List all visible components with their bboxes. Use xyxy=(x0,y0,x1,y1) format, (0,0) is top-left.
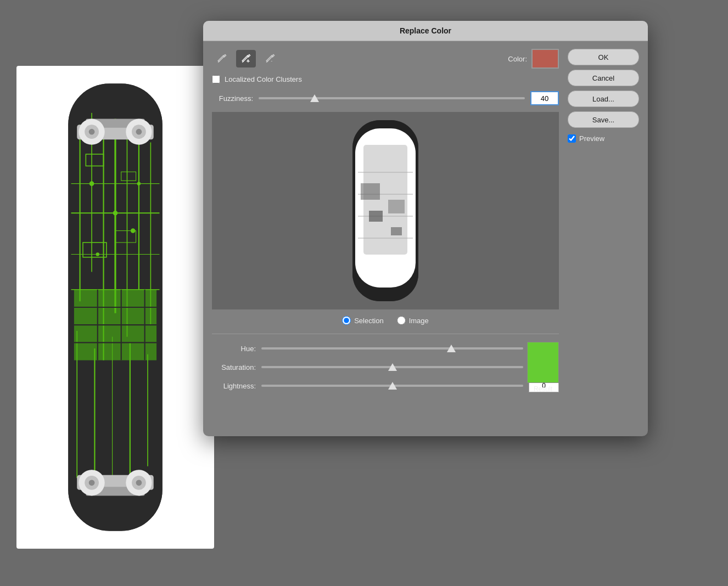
saturation-slider[interactable] xyxy=(261,366,523,368)
canvas-image-area xyxy=(16,66,214,549)
color-swatch[interactable] xyxy=(531,49,559,69)
saturation-label: Saturation: xyxy=(212,363,256,371)
localized-clusters-checkbox[interactable] xyxy=(212,75,220,83)
selection-radio[interactable] xyxy=(342,316,351,325)
fuzziness-input[interactable] xyxy=(530,91,559,105)
eyedropper-add-button[interactable]: + + xyxy=(236,50,256,67)
image-label: Image xyxy=(409,317,429,325)
svg-point-22 xyxy=(131,228,136,233)
localized-clusters-row: Localized Color Clusters xyxy=(212,75,559,83)
dialog-title: Replace Color xyxy=(400,26,451,35)
svg-point-42 xyxy=(136,129,142,135)
preview-label: Preview xyxy=(579,134,604,143)
svg-point-21 xyxy=(96,252,99,256)
color-label: Color: xyxy=(508,55,527,63)
lightness-label: Lightness: xyxy=(212,382,256,390)
svg-point-39 xyxy=(89,129,95,135)
preview-checkbox[interactable] xyxy=(568,134,576,143)
result-swatch xyxy=(527,342,559,383)
hue-slider[interactable] xyxy=(261,347,523,350)
svg-rect-62 xyxy=(361,183,380,200)
result-label: Result xyxy=(534,385,552,393)
preview-row: Preview xyxy=(568,134,639,143)
hue-row: Hue: xyxy=(212,342,559,355)
preview-box xyxy=(212,112,559,309)
hue-label: Hue: xyxy=(212,345,256,353)
saturation-row: Saturation: xyxy=(212,360,559,374)
fuzziness-label: Fuzziness: xyxy=(212,94,253,103)
hsl-section: Hue: Saturation: Lightness: xyxy=(212,342,559,425)
cancel-button[interactable]: Cancel xyxy=(568,70,639,86)
view-mode-row: Selection Image xyxy=(212,316,559,325)
eyedropper-subtract-button[interactable]: - xyxy=(260,50,280,67)
ok-button[interactable]: OK xyxy=(568,49,639,65)
fuzziness-row: Fuzziness: xyxy=(212,91,559,105)
fuzziness-slider-container xyxy=(259,92,525,105)
localized-clusters-label: Localized Color Clusters xyxy=(225,75,302,83)
svg-rect-64 xyxy=(369,211,383,222)
svg-point-19 xyxy=(113,211,118,216)
svg-point-18 xyxy=(89,181,94,186)
svg-rect-63 xyxy=(388,200,405,213)
skateboard-image xyxy=(16,66,214,549)
selection-label: Selection xyxy=(354,317,383,325)
svg-text:-: - xyxy=(271,58,273,63)
svg-point-50 xyxy=(136,480,142,486)
image-radio[interactable] xyxy=(397,316,406,325)
replace-color-dialog: Replace Color xyxy=(203,21,648,436)
dialog-sidebar: OK Cancel Load... Save... Preview xyxy=(568,49,639,425)
lightness-row: Lightness: xyxy=(212,379,559,392)
dialog-titlebar: Replace Color xyxy=(203,21,648,41)
eyedropper-button[interactable] xyxy=(212,50,232,67)
lightness-slider[interactable] xyxy=(261,385,523,387)
image-option[interactable]: Image xyxy=(397,316,429,325)
divider xyxy=(212,334,559,334)
fuzziness-slider[interactable] xyxy=(259,97,525,99)
svg-point-20 xyxy=(137,182,141,185)
selection-option[interactable]: Selection xyxy=(342,316,383,325)
save-button[interactable]: Save... xyxy=(568,111,639,128)
preview-image xyxy=(347,117,424,304)
svg-rect-65 xyxy=(391,227,402,235)
svg-point-47 xyxy=(89,480,95,486)
load-button[interactable]: Load... xyxy=(568,91,639,107)
